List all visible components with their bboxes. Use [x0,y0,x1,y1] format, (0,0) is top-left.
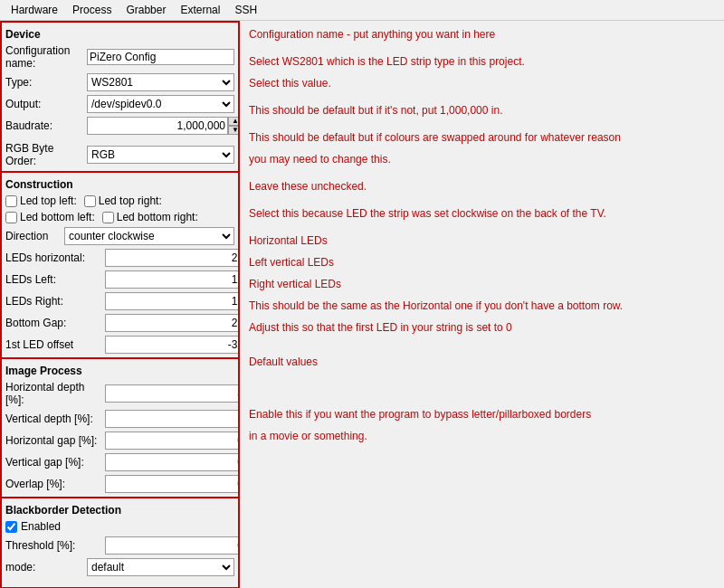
horiz-gap-row: Horizontal gap [%]: ▲ ▼ [2,430,238,451]
led-top-left-checkbox[interactable] [5,195,17,207]
help-type-line1: Select WS2801 which is the LED strip typ… [249,53,715,70]
leds-horizontal-input[interactable] [105,249,240,267]
leds-right-spinbox: ▲ ▼ [105,292,240,310]
enabled-checkbox[interactable] [5,521,17,533]
output-row: Output: /dev/spidev0.0 /dev/spidev0.1 [2,93,238,115]
help-bottom-gap: This should be the same as the Horizonta… [249,298,715,314]
vert-gap-row: Vertical gap [%]: ▲ ▼ [2,451,238,473]
config-name-row: Configuration name: [2,43,238,71]
leds-horizontal-row: LEDs horizontal: ▲ ▼ [2,247,238,269]
horiz-depth-label: Horizontal depth [%]: [5,381,105,406]
mode-label: mode: [5,561,87,574]
vert-gap-label: Vertical gap [%]: [5,456,105,469]
horiz-depth-spinbox: ▲ ▼ [105,384,240,403]
help-rgb-line1: This should be default but if colours ar… [249,129,715,146]
baudrate-spinbox: ▲ ▼ [87,117,240,135]
construction-header: Construction [2,176,238,193]
led-top-left-item: Led top left: [5,194,77,207]
led-offset-label: 1st LED offset [5,338,105,351]
help-right-leds: Right vertical LEDs [249,276,715,292]
enabled-row: Enabled [2,518,238,535]
help-config-name: Configuration name - put anything you wa… [249,26,715,43]
led-bottom-left-item: Led bottom left: [5,211,95,223]
help-left-leds: Left vertical LEDs [249,254,715,270]
blackborder-header: Blackborder Detection [2,502,238,518]
leds-right-input[interactable] [105,292,240,310]
help-horiz-leds: Horizontal LEDs [249,232,715,249]
baudrate-label: Baudrate: [5,119,87,132]
baudrate-row: Baudrate: ▲ ▼ [2,115,238,137]
config-name-label: Configuration name: [5,44,87,70]
threshold-label: Threshold [%]: [5,539,105,552]
baudrate-spin-buttons: ▲ ▼ [228,117,240,135]
led-offset-input[interactable] [105,336,240,354]
threshold-input[interactable] [105,536,240,555]
baudrate-down-btn[interactable]: ▼ [228,126,240,135]
led-offset-spinbox: ▲ ▼ [105,336,240,354]
led-checkboxes: Led top left: Led top right: [2,193,238,209]
construction-section: Construction Led top left: Led top right… [2,171,238,356]
horiz-depth-input[interactable] [105,384,240,403]
vert-depth-row: Vertical depth [%]: ▲ ▼ [2,408,238,430]
vert-depth-spinbox: ▲ ▼ [105,410,240,428]
image-process-header: Image Process [2,363,238,379]
led-top-right-item: Led top right: [84,194,162,207]
leds-left-input[interactable] [105,270,240,289]
threshold-spinbox: ▲ ▼ [105,536,240,555]
led-top-right-checkbox[interactable] [84,195,96,207]
type-row: Type: WS2801 WS2812B APA102 [2,71,238,93]
menu-grabber[interactable]: Grabber [119,2,173,18]
mode-select[interactable]: default letterbox pillarbox [87,558,234,576]
direction-select[interactable]: counter clockwise clockwise [64,227,234,245]
blackborder-section: Blackborder Detection Enabled Threshold … [2,497,238,578]
led-bottom-right-checkbox[interactable] [102,212,114,223]
overlap-spinbox: ▲ ▼ [105,475,240,493]
vert-gap-spinbox: ▲ ▼ [105,453,240,471]
leds-horizontal-label: LEDs horizontal: [5,251,105,264]
type-select[interactable]: WS2801 WS2812B APA102 [87,73,234,91]
overlap-row: Overlap [%]: ▲ ▼ [2,473,238,495]
help-type-line2: Select this value. [249,75,715,91]
help-rgb-line2: you may need to change this. [249,151,715,167]
overlap-input[interactable] [105,475,240,493]
rgb-row: RGB Byte Order: RGB RBG GRB GBR BRG BGR [2,140,238,169]
mode-row: mode: default letterbox pillarbox [2,556,238,578]
output-select[interactable]: /dev/spidev0.0 /dev/spidev0.1 [87,95,234,113]
help-offset: Adjust this so that the first LED in you… [249,319,715,336]
leds-left-spinbox: ▲ ▼ [105,270,240,289]
vert-depth-input[interactable] [105,410,240,428]
led-bottom-right-label: Led bottom right: [117,211,198,223]
device-section-header: Device [2,26,238,43]
vert-gap-input[interactable] [105,453,240,471]
baudrate-input[interactable] [87,117,228,135]
right-panel: Configuration name - put anything you wa… [240,21,724,588]
bottom-gap-input[interactable] [105,314,240,332]
led-top-right-label: Led top right: [99,194,162,207]
led-offset-row: 1st LED offset ▲ ▼ [2,334,238,356]
led-bottom-left-checkbox[interactable] [5,212,17,223]
bottom-gap-row: Bottom Gap: ▲ ▼ [2,312,238,334]
baudrate-up-btn[interactable]: ▲ [228,117,240,126]
leds-right-row: LEDs Right: ▲ ▼ [2,290,238,312]
leds-right-label: LEDs Right: [5,295,105,308]
led-checkboxes-2: Led bottom left: Led bottom right: [2,209,238,225]
horiz-depth-row: Horizontal depth [%]: ▲ ▼ [2,379,238,408]
horiz-gap-input[interactable] [105,432,240,450]
help-checkboxes: Leave these unchecked. [249,178,715,194]
rgb-select[interactable]: RGB RBG GRB GBR BRG BGR [87,146,234,164]
bottom-gap-label: Bottom Gap: [5,317,105,329]
led-bottom-left-label: Led bottom left: [20,211,95,223]
leds-horizontal-spinbox: ▲ ▼ [105,249,240,267]
leds-left-label: LEDs Left: [5,273,105,286]
config-name-input[interactable] [87,49,234,65]
overlap-label: Overlap [%]: [5,478,105,490]
menu-ssh[interactable]: SSH [227,2,264,18]
menu-external[interactable]: External [173,2,227,18]
menu-process[interactable]: Process [65,2,119,18]
menu-bar: Hardware Process Grabber External SSH [0,0,724,21]
menu-hardware[interactable]: Hardware [4,2,65,18]
horiz-gap-label: Horizontal gap [%]: [5,434,105,447]
rgb-label: RGB Byte Order: [5,142,87,167]
help-blackborder-line2: in a movie or something. [249,428,715,444]
help-default-values: Default values [249,354,715,370]
